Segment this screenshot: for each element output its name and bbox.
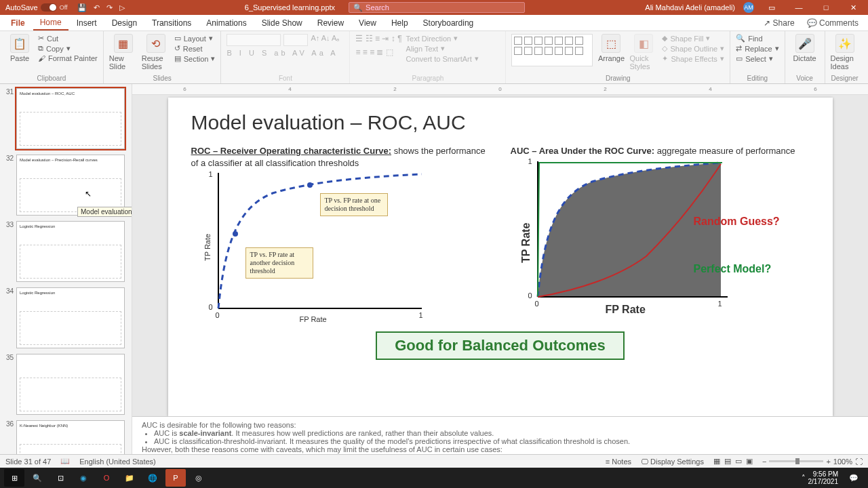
document-title: 6_Supervised learning.pptx xyxy=(245,3,335,12)
notifications-icon[interactable]: 💬 xyxy=(844,469,864,487)
user-avatar[interactable]: AM xyxy=(743,2,754,13)
zoom-slider[interactable] xyxy=(769,460,823,462)
undo-icon[interactable]: ↶ xyxy=(94,3,100,12)
ribbon-tabs: File Home Insert Design Transitions Anim… xyxy=(0,15,868,31)
design-ideas-button[interactable]: ✨Design Ideas xyxy=(831,34,859,70)
ribbon-display-icon[interactable]: ▭ xyxy=(762,3,781,12)
find-button[interactable]: 🔍 Find xyxy=(736,34,778,43)
group-label-clipboard: Clipboard xyxy=(5,73,98,82)
taskbar-edge-icon[interactable]: ◉ xyxy=(73,469,94,487)
new-slide-button[interactable]: ▦New Slide xyxy=(109,34,138,70)
autosave-toggle[interactable]: AutoSave Off xyxy=(5,3,68,12)
layout-button[interactable]: ▭ Layout ▾ xyxy=(174,34,216,43)
taskbar-powerpoint-icon[interactable]: P xyxy=(165,469,186,487)
slideshow-icon[interactable]: ▷ xyxy=(119,3,125,12)
tab-home[interactable]: Home xyxy=(33,16,68,30)
svg-point-2 xyxy=(307,182,313,188)
group-label-font: Font xyxy=(226,73,344,82)
maximize-icon[interactable]: □ xyxy=(816,3,835,12)
group-label-voice: Voice xyxy=(791,73,819,82)
footer-badge: Good for Balanced Outcomes xyxy=(376,331,625,360)
reuse-slides-button[interactable]: ⟲Reuse Slides xyxy=(142,34,170,70)
search-box[interactable]: 🔍 Search xyxy=(349,2,525,13)
tab-help[interactable]: Help xyxy=(384,16,415,30)
start-button[interactable]: ⊞ xyxy=(4,469,24,487)
share-button[interactable]: ↗ Share xyxy=(758,16,800,30)
copy-button[interactable]: ⧉ Copy ▾ xyxy=(38,44,98,53)
zoom-level[interactable]: 100% xyxy=(833,458,852,466)
tab-insert[interactable]: Insert xyxy=(70,16,104,30)
slide-thumbnail-panel[interactable]: 31 Model evaluation – ROC, AUC 32 Model … xyxy=(0,84,132,454)
dictate-button[interactable]: 🎤Dictate xyxy=(791,34,819,62)
notes-button[interactable]: ≡ Notes xyxy=(606,458,631,466)
quick-styles-button[interactable]: ◧Quick Styles xyxy=(629,34,658,70)
notes-pane[interactable]: AUC is desirable for the following two r… xyxy=(132,416,868,454)
thumbnail-36[interactable]: K-Nearest Neighbor (KNN) xyxy=(16,420,125,454)
zoom-out-icon[interactable]: − xyxy=(762,458,766,466)
slideshow-view-icon[interactable]: ▣ xyxy=(746,457,753,466)
taskbar-obs-icon[interactable]: ◎ xyxy=(189,469,209,487)
taskbar-clock[interactable]: 9:56 PM2/17/2021 xyxy=(808,470,842,485)
tab-file[interactable]: File xyxy=(4,16,32,30)
format-painter-button[interactable]: 🖌 Format Painter xyxy=(38,54,98,62)
tab-transitions[interactable]: Transitions xyxy=(145,16,198,30)
annotation-perfect-model: Perfect Model? xyxy=(694,263,772,275)
section-button[interactable]: ▤ Section ▾ xyxy=(174,54,216,63)
tab-storyboarding[interactable]: Storyboarding xyxy=(416,16,481,30)
shapes-gallery[interactable] xyxy=(511,34,593,66)
title-bar: AutoSave Off 💾 ↶ ↷ ▷ 6_Supervised learni… xyxy=(0,0,868,15)
paste-button[interactable]: 📋Paste xyxy=(5,34,34,62)
tray-chevron-icon[interactable]: ˄ xyxy=(802,474,806,483)
thumbnail-tooltip: Model evaluation – Precision-R... xyxy=(77,207,132,217)
shape-outline-button[interactable]: ◇ Shape Outline ▾ xyxy=(662,44,724,53)
language-button[interactable]: English (United States) xyxy=(79,458,156,466)
close-icon[interactable]: ✕ xyxy=(844,3,863,12)
reading-view-icon[interactable]: ▭ xyxy=(735,457,742,466)
taskbar-explorer-icon[interactable]: 📁 xyxy=(119,469,140,487)
replace-button[interactable]: ⇄ Replace ▾ xyxy=(736,44,778,53)
group-label-designer: Designer xyxy=(831,73,859,82)
horizontal-ruler: 6420246 xyxy=(132,84,868,95)
cursor-icon: ↖ xyxy=(85,189,92,199)
reset-button[interactable]: ↺ Reset xyxy=(174,44,216,53)
sorter-view-icon[interactable]: ▤ xyxy=(724,457,731,466)
slide-canvas[interactable]: Model evaluation – ROC, AUC ROC – Receiv… xyxy=(168,98,833,416)
cut-button[interactable]: ✂ Cut xyxy=(38,34,98,43)
user-name[interactable]: Ali Mahdavi Adeli (amadeli) xyxy=(645,3,735,12)
taskbar-search-icon[interactable]: 🔍 xyxy=(27,469,47,487)
taskbar-opera-icon[interactable]: O xyxy=(96,469,117,487)
callout-1: TP vs. FP rate at one decision threshold xyxy=(320,193,388,216)
arrange-button[interactable]: ⬚Arrange xyxy=(597,34,625,62)
tab-slideshow[interactable]: Slide Show xyxy=(255,16,309,30)
thumbnail-35[interactable] xyxy=(16,354,125,415)
slide-title: Model evaluation – ROC, AUC xyxy=(191,111,810,134)
minimize-icon[interactable]: — xyxy=(789,3,808,12)
thumbnail-33[interactable]: Logistic Regression xyxy=(16,221,125,282)
spell-check-icon[interactable]: 📖 xyxy=(60,457,70,466)
tab-review[interactable]: Review xyxy=(311,16,351,30)
normal-view-icon[interactable]: ▦ xyxy=(713,457,720,466)
shape-effects-button[interactable]: ✦ Shape Effects ▾ xyxy=(662,54,724,63)
thumbnail-34[interactable]: Logistic Regression xyxy=(16,287,125,348)
tab-animations[interactable]: Animations xyxy=(199,16,253,30)
tab-view[interactable]: View xyxy=(352,16,383,30)
display-settings-button[interactable]: 🖵 Display Settings xyxy=(641,458,704,466)
shape-fill-button[interactable]: ◆ Shape Fill ▾ xyxy=(662,34,724,43)
redo-icon[interactable]: ↷ xyxy=(106,3,113,12)
fit-window-icon[interactable]: ⛶ xyxy=(855,458,863,466)
comments-button[interactable]: 💬 Comments xyxy=(802,16,864,30)
align-text-button[interactable]: Align Text ▾ xyxy=(406,44,479,53)
windows-taskbar: ⊞ 🔍 ⊡ ◉ O 📁 🌐 P ◎ ˄ 9:56 PM2/17/2021 💬 xyxy=(0,468,868,488)
save-icon[interactable]: 💾 xyxy=(77,3,87,12)
convert-smartart-button[interactable]: Convert to SmartArt ▾ xyxy=(406,54,479,63)
taskbar-chrome-icon[interactable]: 🌐 xyxy=(142,469,163,487)
tab-design[interactable]: Design xyxy=(105,16,144,30)
group-label-editing: Editing xyxy=(736,73,778,82)
roc-description: ROC – Receiver Operating characteristic … xyxy=(191,145,490,169)
text-direction-button[interactable]: Text Direction ▾ xyxy=(406,34,479,43)
thumbnail-31[interactable]: Model evaluation – ROC, AUC xyxy=(16,88,125,149)
auc-description: AUC – Area Under the ROC Curve: aggregat… xyxy=(511,145,810,157)
zoom-in-icon[interactable]: + xyxy=(826,458,830,466)
select-button[interactable]: ▭ Select ▾ xyxy=(736,54,778,63)
task-view-icon[interactable]: ⊡ xyxy=(50,469,71,487)
